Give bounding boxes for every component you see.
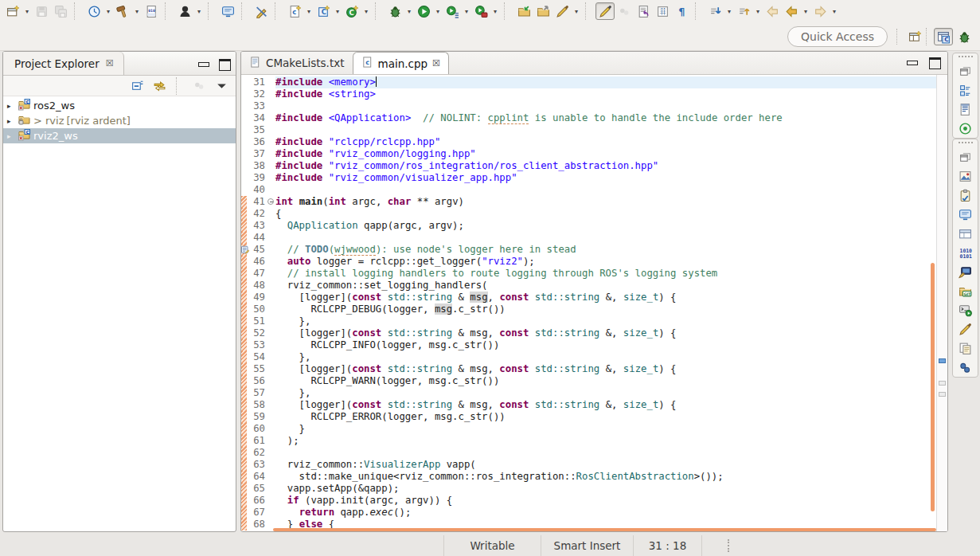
clone-view-icon[interactable]: [956, 339, 975, 358]
code-line-39[interactable]: 39#include "rviz_common/visualizer_app.h…: [241, 172, 936, 184]
code-line-47[interactable]: 47 // install logging handlers to route …: [241, 268, 936, 280]
code-line-55[interactable]: 55 [logger](const std::string & msg, con…: [241, 363, 936, 375]
minimize-icon[interactable]: [906, 57, 918, 67]
user-dropdown-icon[interactable]: ▾: [194, 2, 204, 20]
breakpoints-view-icon[interactable]: [956, 358, 975, 377]
forward-pale-icon[interactable]: [810, 2, 830, 20]
run-icon[interactable]: [414, 2, 433, 20]
memory-view-icon[interactable]: 10100101: [956, 243, 975, 262]
horizontal-scrollbar[interactable]: [273, 528, 936, 531]
editor-tab-cmakelists-txt[interactable]: CMakeLists.txt: [241, 52, 353, 74]
code-line-56[interactable]: 56 RCLCPP_WARN(logger, msg.c_str()): [241, 375, 936, 387]
code-line-37[interactable]: 37#include "rviz_common/logging.hpp": [241, 148, 936, 160]
code-line-42[interactable]: 42{: [241, 208, 936, 220]
new-make-target-icon[interactable]: C: [342, 2, 361, 20]
occurrence-marker[interactable]: [939, 358, 946, 363]
close-icon[interactable]: ☒: [432, 58, 440, 69]
hammer-icon[interactable]: [113, 2, 132, 20]
expand-arrow-icon[interactable]: ▸: [7, 102, 15, 110]
back-dropdown-icon[interactable]: ▾: [801, 2, 810, 20]
terminal-view-icon[interactable]: [956, 300, 975, 319]
restore-view-icon[interactable]: [956, 147, 975, 166]
overview-ruler[interactable]: [936, 75, 947, 531]
annotation-marker[interactable]: [939, 381, 946, 386]
tasks-view-icon[interactable]: [956, 186, 975, 205]
code-line-65[interactable]: 65 vapp.setApp(&qapp);: [241, 483, 936, 495]
new-c-class-icon[interactable]: C: [314, 2, 333, 20]
new-c-file-dropdown-icon[interactable]: ▾: [304, 2, 314, 20]
code-line-60[interactable]: 60 }: [241, 423, 936, 435]
tree-item-rviz2-ws[interactable]: ▸Crviz2_ws: [3, 128, 236, 143]
code-line-33[interactable]: 33: [241, 100, 936, 112]
brush-dropdown-icon[interactable]: ▾: [572, 2, 581, 20]
code-line-59[interactable]: 59 RCLCPP_ERROR(logger, msg.c_str()): [241, 411, 936, 423]
profile-icon[interactable]: [471, 2, 490, 20]
debug-bug-dropdown-icon[interactable]: ▾: [404, 2, 414, 20]
tree-item-ros2-ws[interactable]: ▸Cros2_ws: [3, 98, 236, 113]
stack-drag-handle[interactable]: [959, 142, 973, 145]
console-view-icon[interactable]: [956, 205, 975, 224]
new-c-class-dropdown-icon[interactable]: ▾: [333, 2, 342, 20]
code-line-31[interactable]: 31#include <memory>: [241, 76, 936, 88]
code-line-48[interactable]: 48 rviz_common::set_logging_handlers(: [241, 280, 936, 292]
close-icon[interactable]: ☒: [106, 58, 114, 69]
expand-arrow-icon[interactable]: ▸: [7, 132, 15, 140]
git-view-icon[interactable]: GIT: [956, 281, 975, 300]
fold-collapse-icon[interactable]: [267, 196, 275, 208]
import-folder-icon[interactable]: [514, 2, 533, 20]
code-line-43[interactable]: 43 QApplication qapp(argc, argv);: [241, 220, 936, 232]
view-menu-icon[interactable]: [212, 77, 231, 95]
code-line-40[interactable]: 40: [241, 184, 936, 196]
code-line-54[interactable]: 54 },: [241, 351, 936, 363]
back-pale-icon[interactable]: [763, 2, 782, 20]
annotation-marker[interactable]: [939, 392, 946, 397]
stack-drag-handle[interactable]: [959, 56, 973, 59]
brush-icon[interactable]: [552, 2, 572, 20]
remote-view-icon[interactable]: [956, 262, 975, 281]
tree-item--rviz[interactable]: ▸> rviz [rviz ardent]: [3, 113, 236, 128]
paint-view-icon[interactable]: [956, 319, 975, 339]
show-whitespace-icon[interactable]: ¶: [672, 2, 691, 20]
code-line-50[interactable]: 50 RCLCPP_DEBUG(logger, msg.c_str()): [241, 303, 936, 315]
new-c-file-icon[interactable]: c: [285, 2, 304, 20]
user-icon[interactable]: [175, 2, 194, 20]
quick-access-button[interactable]: Quick Access: [787, 26, 888, 47]
code-line-36[interactable]: 36#include "rclcpp/rclcpp.hpp": [241, 136, 936, 148]
debug-perspective-button[interactable]: [955, 28, 974, 45]
code-line-34[interactable]: 34#include <QApplication> // NOLINT: cpp…: [241, 112, 936, 124]
prev-annotation-icon[interactable]: [734, 2, 753, 20]
tab-project-explorer[interactable]: Project Explorer ☒: [3, 52, 124, 75]
maximize-icon[interactable]: [219, 59, 231, 69]
maximize-icon[interactable]: [929, 57, 941, 67]
code-line-46[interactable]: 46 auto logger = rclcpp::get_logger("rvi…: [241, 256, 936, 268]
collapse-all-icon[interactable]: [127, 77, 146, 95]
code-line-41[interactable]: 41int main(int argc, char ** argv): [241, 196, 936, 208]
code-line-67[interactable]: 67 return qapp.exec();: [241, 507, 936, 519]
new-wizard-icon[interactable]: [3, 2, 22, 20]
code-line-35[interactable]: 35: [241, 124, 936, 136]
code-line-38[interactable]: 38#include "rviz_common/ros_integration/…: [241, 160, 936, 172]
run-history-icon[interactable]: [443, 2, 462, 20]
code-line-66[interactable]: 66 if (vapp.init(argc, argv)) {: [241, 495, 936, 507]
code-line-32[interactable]: 32#include <string>: [241, 88, 936, 100]
debug-bug-icon[interactable]: [385, 2, 404, 20]
task-marker-icon[interactable]: [241, 245, 250, 254]
clock-icon[interactable]: [84, 2, 103, 20]
code-line-63[interactable]: 63 rviz_common::VisualizerApp vapp(: [241, 459, 936, 471]
restore-view-icon[interactable]: [956, 61, 975, 80]
code-line-64[interactable]: 64 std::make_unique<rviz_common::ros_int…: [241, 471, 936, 483]
new-make-target-dropdown-icon[interactable]: ▾: [361, 2, 371, 20]
outline-view-icon[interactable]: [956, 80, 975, 100]
block-selection-icon[interactable]: [653, 2, 672, 20]
hammer-dropdown-icon[interactable]: ▾: [132, 2, 142, 20]
run-dropdown-icon[interactable]: ▾: [433, 2, 443, 20]
next-annotation-dropdown-icon[interactable]: ▾: [724, 2, 734, 20]
code-line-53[interactable]: 53 RCLCPP_INFO(logger, msg.c_str()): [241, 339, 936, 351]
run-history-dropdown-icon[interactable]: ▾: [462, 2, 471, 20]
target-view-icon[interactable]: [956, 119, 975, 138]
new-wizard-dropdown-icon[interactable]: ▾: [22, 2, 32, 20]
code-line-44[interactable]: 44: [241, 232, 936, 244]
export-folder-icon[interactable]: [533, 2, 552, 20]
cpp-perspective-button[interactable]: C: [934, 28, 953, 45]
profile-dropdown-icon[interactable]: ▾: [490, 2, 500, 20]
